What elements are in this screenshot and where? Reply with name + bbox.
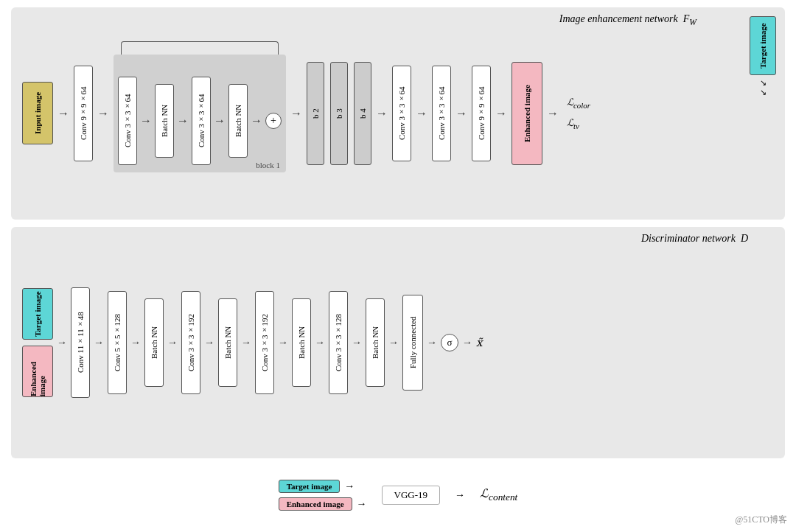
vgg-box: VGG-19 xyxy=(382,486,441,505)
disc-batch4: Batch NN xyxy=(366,298,385,387)
disc-batch1-label: Batch NN xyxy=(150,326,158,359)
enhanced-image-top: Enhanced image xyxy=(512,62,542,165)
res-batchnn-a: Batch NN xyxy=(155,84,174,158)
arrow-2 xyxy=(97,107,109,120)
b3-label: b 3 xyxy=(335,108,343,119)
arrow-3 xyxy=(290,107,302,120)
res-batchnn-a-label: Batch NN xyxy=(160,105,169,137)
disc-batch4-label: Batch NN xyxy=(371,326,380,359)
residual-block: Conv 3×3×64 Batch NN Conv 3×3×64 Batch N… xyxy=(114,55,286,172)
main-container: Image enhancement network FW Input image… xyxy=(0,0,796,532)
vgg-target-legend: Target image xyxy=(279,480,341,493)
disc-target-input: Target image xyxy=(22,288,53,340)
vgg-enhanced-label: Enhanced image xyxy=(287,500,344,508)
loss-tv-label: ℒtv xyxy=(567,117,590,130)
disc-conv2: Conv 5×5×128 xyxy=(108,291,127,394)
disc-batch1: Batch NN xyxy=(144,298,164,387)
b4-block: b 4 xyxy=(354,62,371,165)
bottom-network: Discriminator network D Target image Enh… xyxy=(11,227,785,458)
input-image-label: Input image xyxy=(33,92,42,134)
input-image-block: Input image xyxy=(22,82,53,144)
disc-conv3: Conv 3×3×192 xyxy=(181,291,200,394)
disc-conv3-label: Conv 3×3×192 xyxy=(186,314,195,371)
res-arrow-3 xyxy=(214,114,226,127)
residual-arc xyxy=(121,41,279,55)
disc-enhanced-label: Enhanced image xyxy=(29,346,46,396)
disc-conv5-label: Conv 3×3×128 xyxy=(334,314,343,371)
disc-batch3: Batch NN xyxy=(292,298,311,387)
res-conv-a: Conv 3×3×64 xyxy=(118,77,137,165)
conv-after2-label: Conv 3×3×64 xyxy=(437,87,446,141)
arrow-5 xyxy=(416,107,427,120)
vgg-enhanced-row: Enhanced image → xyxy=(279,497,367,511)
sigma-circle: σ xyxy=(441,334,458,351)
arrow-1 xyxy=(57,107,69,120)
target-image-vertical-label: Target image xyxy=(758,23,767,69)
res-arrow-2 xyxy=(177,114,189,127)
disc-arrow-2: → xyxy=(130,337,141,349)
disc-arrow-7: → xyxy=(315,337,325,349)
arrow-4 xyxy=(376,107,388,120)
res-batchnn-b: Batch NN xyxy=(228,84,248,158)
bottom-network-label: Discriminator network D xyxy=(641,233,748,245)
res-arrow-4 xyxy=(251,114,262,127)
disc-arrow-8: → xyxy=(352,337,362,349)
arrow-6 xyxy=(455,107,467,120)
block1-label: block 1 xyxy=(256,161,280,169)
vgg-enhanced-legend: Enhanced image xyxy=(279,497,352,511)
disc-arrow-6: → xyxy=(278,337,288,349)
conv1-label: Conv 9×9×64 xyxy=(79,87,88,141)
discriminator-inputs: Target image Enhanced image xyxy=(22,288,53,397)
res-arrow-1 xyxy=(140,114,152,127)
arrow-8 xyxy=(547,107,559,120)
disc-fully: Fully connected xyxy=(402,295,423,391)
vgg-target-label: Target image xyxy=(287,482,332,491)
b2-block: b 2 xyxy=(307,62,324,165)
disc-arrow-5: → xyxy=(241,337,251,349)
target-image-top-right: Target image ↘ ↘ xyxy=(750,16,776,97)
disc-conv2-label: Conv 5×5×128 xyxy=(113,314,122,371)
disc-conv1-label: Conv 11×11×48 xyxy=(76,312,85,374)
output-label: x̃ xyxy=(476,336,482,349)
conv-after3: Conv 9×9×64 xyxy=(472,66,491,161)
vgg-label: VGG-19 xyxy=(394,489,428,500)
b2-label: b 2 xyxy=(311,108,320,119)
disc-fully-label: Fully connected xyxy=(408,317,417,369)
disc-arrow-4: → xyxy=(204,337,214,349)
conv1-block: Conv 9×9×64 xyxy=(74,66,93,161)
disc-arrow-11: → xyxy=(462,337,472,349)
loss-content-label: ℒcontent xyxy=(480,486,517,503)
disc-conv1: Conv 11×11×48 xyxy=(71,287,90,398)
res-conv-b-label: Conv 3×3×64 xyxy=(197,94,206,148)
disc-arrow-1: → xyxy=(94,337,104,349)
sigma-label: σ xyxy=(447,337,452,349)
top-network-label: Image enhancement network FW xyxy=(559,13,696,27)
top-loss-labels: ℒcolor ℒtv xyxy=(567,97,590,130)
top-network: Image enhancement network FW Input image… xyxy=(11,7,785,220)
disc-target-label: Target image xyxy=(33,291,42,337)
disc-enhanced-input: Enhanced image xyxy=(22,346,53,397)
arrow-to-tv: ↘ xyxy=(760,88,767,97)
res-conv-a-label: Conv 3×3×64 xyxy=(123,94,132,148)
watermark: @51CTO博客 xyxy=(735,514,787,526)
vgg-inputs: Target image → Enhanced image → xyxy=(279,480,367,511)
conv-after1-label: Conv 3×3×64 xyxy=(397,87,406,141)
target-arrows: ↘ ↘ xyxy=(760,78,767,97)
vgg-row: Target image → Enhanced image → VGG-19 →… xyxy=(11,466,785,525)
disc-arrow-0: → xyxy=(57,337,67,349)
b4-label: b 4 xyxy=(358,108,367,119)
disc-arrow-9: → xyxy=(388,337,399,349)
disc-conv4-label: Conv 3×3×192 xyxy=(260,314,269,371)
conv-after1: Conv 3×3×64 xyxy=(392,66,411,161)
res-conv-b: Conv 3×3×64 xyxy=(192,77,211,165)
conv-after3-label: Conv 9×9×64 xyxy=(477,87,486,141)
disc-arrow-10: → xyxy=(427,337,437,349)
disc-batch3-label: Batch NN xyxy=(297,326,306,359)
conv-after2: Conv 3×3×64 xyxy=(432,66,451,161)
disc-batch2-label: Batch NN xyxy=(223,326,232,359)
disc-arrow-3: → xyxy=(167,337,178,349)
disc-batch2: Batch NN xyxy=(218,298,237,387)
loss-color-label: ℒcolor xyxy=(567,97,590,110)
arrow-7 xyxy=(495,107,507,120)
b3-block: b 3 xyxy=(330,62,348,165)
